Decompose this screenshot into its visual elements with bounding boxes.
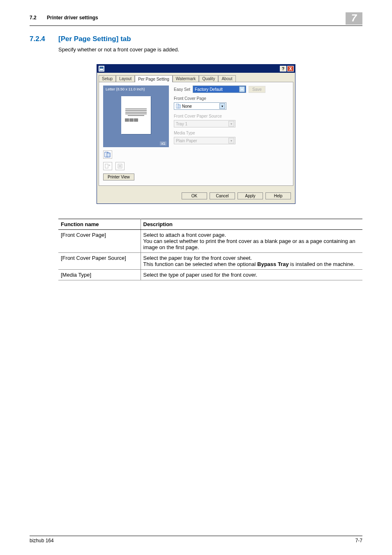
table-header-name: Function name bbox=[58, 219, 141, 230]
media-type-select: Plain Paper ▾ bbox=[174, 137, 235, 144]
tab-strip: Setup Layout Per Page Setting Watermark … bbox=[99, 74, 293, 82]
tab-quality[interactable]: Quality bbox=[199, 75, 218, 82]
page-footer: bizhub 164 7-7 bbox=[30, 536, 362, 543]
front-cover-source-label: Front Cover Paper Source bbox=[174, 114, 289, 118]
preview-count: x1 bbox=[160, 141, 166, 146]
page-icon bbox=[176, 104, 181, 109]
chevron-down-icon: ▾ bbox=[228, 138, 234, 143]
svg-rect-4 bbox=[105, 164, 108, 168]
dialog-button-row: OK Cancel Apply Help bbox=[97, 189, 295, 204]
tab-layout[interactable]: Layout bbox=[116, 75, 135, 82]
easy-set-value: Factory Default bbox=[195, 87, 223, 92]
preview-paper-icon bbox=[121, 96, 151, 134]
heading-number: 7.2.4 bbox=[30, 35, 58, 43]
tab-about[interactable]: About bbox=[218, 75, 235, 82]
page-preview: Letter (8.50 x 11.0 Inch) x1 bbox=[103, 86, 169, 147]
list-icon[interactable] bbox=[115, 162, 125, 170]
media-type-label: Media Type bbox=[174, 131, 289, 135]
func-desc: Select to attach a front cover page. You… bbox=[141, 230, 362, 253]
front-cover-page-label: Front Cover Page bbox=[174, 96, 289, 101]
front-cover-page-select[interactable]: None ▾ bbox=[174, 102, 226, 110]
tab-watermark[interactable]: Watermark bbox=[173, 75, 199, 82]
easy-set-save-button[interactable]: Save bbox=[249, 86, 265, 93]
dialog-window: ? X Setup Layout Per Page Setting Waterm… bbox=[97, 64, 295, 204]
page-header: 7.2 Printer driver settings 7 bbox=[30, 12, 362, 26]
func-name: [Front Cover Paper Source] bbox=[58, 253, 141, 270]
header-left: 7.2 Printer driver settings bbox=[30, 12, 98, 21]
tab-body: Letter (8.50 x 11.0 Inch) x1 bbox=[99, 82, 293, 186]
preview-paper-label: Letter (8.50 x 11.0 Inch) bbox=[106, 87, 166, 91]
intro-text: Specify whether or not a front cover pag… bbox=[58, 46, 362, 53]
chevron-down-icon: ▾ bbox=[228, 121, 234, 127]
chapter-badge: 7 bbox=[346, 12, 362, 25]
table-row: [Front Cover Paper Source] Select the pa… bbox=[58, 253, 362, 270]
cancel-button[interactable]: Cancel bbox=[210, 192, 235, 199]
media-type-value: Plain Paper bbox=[176, 139, 197, 143]
table-header-desc: Description bbox=[141, 219, 362, 230]
table-row: [Front Cover Page] Select to attach a fr… bbox=[58, 230, 362, 253]
front-cover-source-select: Tray 1 ▾ bbox=[174, 120, 235, 127]
svg-rect-1 bbox=[100, 69, 103, 70]
section-heading: 7.2.4 [Per Page Setting] tab bbox=[30, 35, 362, 43]
easy-set-label: Easy Set bbox=[174, 87, 190, 92]
heading-title: [Per Page Setting] tab bbox=[58, 35, 131, 43]
tab-per-page-setting[interactable]: Per Page Setting bbox=[135, 75, 173, 82]
table-row: [Media Type] Select the type of paper us… bbox=[58, 270, 362, 280]
footer-right: 7-7 bbox=[355, 538, 362, 543]
svg-rect-10 bbox=[178, 105, 180, 108]
orientation-icon[interactable] bbox=[103, 162, 112, 170]
footer-left: bizhub 164 bbox=[30, 538, 54, 543]
func-name: [Front Cover Page] bbox=[58, 230, 141, 253]
header-section-number: 7.2 bbox=[30, 15, 37, 21]
titlebar: ? X bbox=[97, 65, 295, 73]
header-section-title: Printer driver settings bbox=[47, 15, 98, 21]
func-name: [Media Type] bbox=[58, 270, 141, 280]
app-icon bbox=[99, 66, 104, 72]
func-desc: Select the paper tray for the front cove… bbox=[141, 253, 362, 270]
front-cover-source-value: Tray 1 bbox=[176, 122, 187, 126]
chevron-down-icon: ▾ bbox=[239, 86, 245, 92]
printer-view-button[interactable]: Printer View bbox=[103, 173, 134, 180]
page-side-icon[interactable] bbox=[103, 150, 112, 159]
chevron-down-icon: ▾ bbox=[219, 103, 225, 109]
svg-rect-3 bbox=[107, 153, 110, 157]
easy-set-select[interactable]: Factory Default ▾ bbox=[193, 86, 246, 93]
ok-button[interactable]: OK bbox=[182, 192, 207, 199]
function-table: Function name Description [Front Cover P… bbox=[58, 219, 362, 280]
help-button[interactable]: ? bbox=[280, 66, 286, 72]
func-desc: Select the type of paper used for the fr… bbox=[141, 270, 362, 280]
close-button[interactable]: X bbox=[287, 66, 294, 72]
apply-button[interactable]: Apply bbox=[238, 192, 263, 199]
front-cover-page-value: None bbox=[182, 104, 192, 109]
help-button[interactable]: Help bbox=[265, 192, 291, 199]
tab-setup[interactable]: Setup bbox=[99, 75, 116, 82]
